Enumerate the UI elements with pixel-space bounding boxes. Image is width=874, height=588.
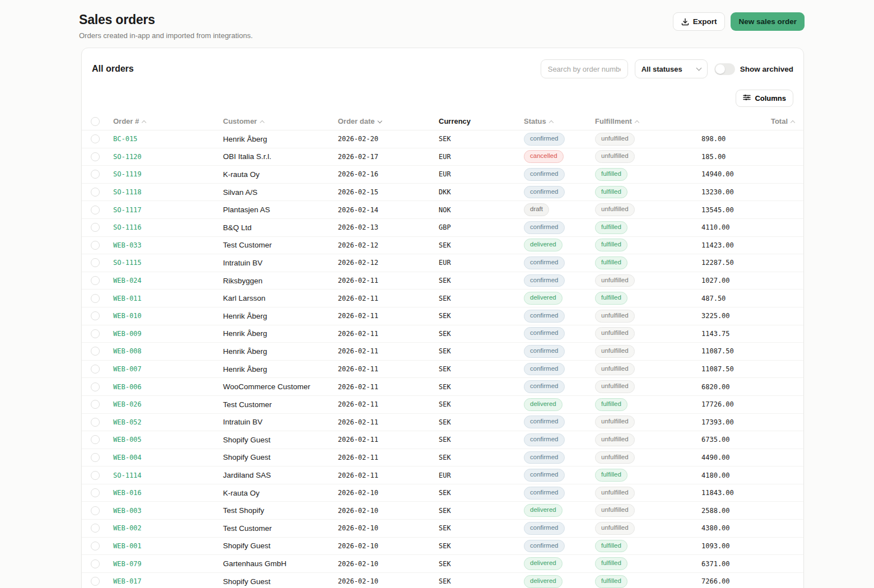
table-row[interactable]: WEB-005 Shopify Guest 2026-02-11 SEK con… bbox=[82, 431, 803, 449]
col-header-fulfillment[interactable]: Fulfillment bbox=[595, 117, 701, 125]
table-row[interactable]: WEB-079 Gartenhaus GmbH 2026-02-10 SEK d… bbox=[82, 555, 803, 573]
table-row[interactable]: SO-1117 Plantasjen AS 2026-02-14 NOK dra… bbox=[82, 201, 803, 219]
row-checkbox[interactable] bbox=[91, 506, 100, 515]
row-checkbox[interactable] bbox=[91, 524, 100, 533]
table-row[interactable]: SO-1120 OBI Italia S.r.l. 2026-02-17 EUR… bbox=[82, 148, 803, 166]
table-row[interactable]: SO-1115 Intratuin BV 2026-02-12 EUR conf… bbox=[82, 254, 803, 272]
row-checkbox[interactable] bbox=[91, 559, 100, 568]
table-row[interactable]: WEB-010 Henrik Åberg 2026-02-11 SEK conf… bbox=[82, 307, 803, 325]
currency-cell: EUR bbox=[439, 472, 524, 479]
table-row[interactable]: WEB-011 Karl Larsson 2026-02-11 SEK deli… bbox=[82, 290, 803, 307]
row-checkbox[interactable] bbox=[91, 152, 100, 161]
order-number-link[interactable]: WEB-016 bbox=[113, 489, 223, 497]
row-checkbox[interactable] bbox=[91, 188, 100, 197]
customer-cell: OBI Italia S.r.l. bbox=[223, 152, 338, 161]
row-checkbox[interactable] bbox=[91, 170, 100, 179]
status-filter-select[interactable]: All statuses bbox=[635, 59, 708, 78]
order-number-link[interactable]: WEB-006 bbox=[113, 383, 223, 391]
table-row[interactable]: SO-1119 K-rauta Oy 2026-02-16 EUR confir… bbox=[82, 166, 803, 184]
order-number-link[interactable]: SO-1115 bbox=[113, 259, 223, 267]
row-checkbox[interactable] bbox=[91, 400, 100, 409]
order-number-link[interactable]: SO-1117 bbox=[113, 206, 223, 214]
row-checkbox[interactable] bbox=[91, 276, 100, 285]
order-number-link[interactable]: WEB-024 bbox=[113, 277, 223, 284]
table-row[interactable]: WEB-001 Shopify Guest 2026-02-10 SEK con… bbox=[82, 538, 803, 556]
order-date-cell: 2026-02-11 bbox=[338, 454, 439, 461]
currency-cell: EUR bbox=[439, 259, 524, 267]
currency-cell: SEK bbox=[439, 277, 524, 284]
order-number-link[interactable]: WEB-007 bbox=[113, 365, 223, 373]
row-checkbox[interactable] bbox=[91, 382, 100, 391]
order-number-link[interactable]: SO-1120 bbox=[113, 153, 223, 161]
table-row[interactable]: WEB-002 Test Customer 2026-02-10 SEK con… bbox=[82, 520, 803, 538]
columns-button[interactable]: Columns bbox=[736, 90, 793, 107]
row-checkbox[interactable] bbox=[91, 258, 100, 267]
table-row[interactable]: WEB-017 Shopify Guest 2026-02-10 SEK del… bbox=[82, 573, 803, 588]
row-checkbox[interactable] bbox=[91, 311, 100, 320]
table-row[interactable]: WEB-007 Henrik Åberg 2026-02-11 SEK conf… bbox=[82, 361, 803, 379]
row-checkbox[interactable] bbox=[91, 223, 100, 232]
order-number-link[interactable]: WEB-052 bbox=[113, 418, 223, 426]
order-number-link[interactable]: WEB-026 bbox=[113, 400, 223, 408]
table-row[interactable]: WEB-003 Test Shopify 2026-02-10 SEK deli… bbox=[82, 502, 803, 520]
show-archived-toggle[interactable] bbox=[714, 63, 735, 75]
col-header-status[interactable]: Status bbox=[524, 117, 595, 125]
table-row[interactable]: SO-1116 B&Q Ltd 2026-02-13 GBP confirmed… bbox=[82, 219, 803, 237]
table-row[interactable]: WEB-026 Test Customer 2026-02-11 SEK del… bbox=[82, 396, 803, 414]
col-header-total[interactable]: Total bbox=[701, 117, 794, 125]
order-number-link[interactable]: BC-015 bbox=[113, 135, 223, 143]
table-row[interactable]: WEB-052 Intratuin BV 2026-02-11 SEK conf… bbox=[82, 414, 803, 432]
row-checkbox[interactable] bbox=[91, 294, 100, 303]
order-number-link[interactable]: WEB-003 bbox=[113, 507, 223, 515]
row-checkbox[interactable] bbox=[91, 206, 100, 214]
row-checkbox[interactable] bbox=[91, 418, 100, 427]
table-row[interactable]: WEB-008 Henrik Åberg 2026-02-11 SEK conf… bbox=[82, 343, 803, 361]
col-header-currency[interactable]: Currency bbox=[439, 117, 524, 125]
search-input[interactable] bbox=[541, 59, 628, 78]
customer-cell: Henrik Åberg bbox=[223, 312, 338, 320]
fulfillment-cell: unfulfilled bbox=[595, 487, 701, 500]
row-checkbox[interactable] bbox=[91, 241, 100, 250]
table-row[interactable]: SO-1118 Silvan A/S 2026-02-15 DKK confir… bbox=[82, 184, 803, 202]
row-checkbox[interactable] bbox=[91, 453, 100, 462]
row-checkbox[interactable] bbox=[91, 488, 100, 497]
row-checkbox[interactable] bbox=[91, 365, 100, 374]
order-number-link[interactable]: SO-1116 bbox=[113, 223, 223, 231]
order-number-link[interactable]: WEB-005 bbox=[113, 436, 223, 444]
order-number-link[interactable]: WEB-004 bbox=[113, 454, 223, 461]
order-number-link[interactable]: WEB-079 bbox=[113, 560, 223, 568]
order-number-link[interactable]: SO-1114 bbox=[113, 472, 223, 479]
col-header-order[interactable]: Order # bbox=[113, 117, 223, 125]
col-header-customer[interactable]: Customer bbox=[223, 117, 338, 125]
order-number-link[interactable]: WEB-017 bbox=[113, 577, 223, 585]
row-checkbox[interactable] bbox=[91, 435, 100, 444]
table-row[interactable]: WEB-016 K-rauta Oy 2026-02-10 SEK confir… bbox=[82, 484, 803, 502]
select-all-checkbox[interactable] bbox=[91, 117, 100, 126]
table-row[interactable]: SO-1114 Jardiland SAS 2026-02-11 EUR con… bbox=[82, 466, 803, 484]
order-number-link[interactable]: WEB-009 bbox=[113, 330, 223, 338]
table-row[interactable]: WEB-009 Henrik Åberg 2026-02-11 SEK conf… bbox=[82, 325, 803, 343]
row-checkbox[interactable] bbox=[91, 134, 100, 143]
table-row[interactable]: WEB-004 Shopify Guest 2026-02-11 SEK con… bbox=[82, 449, 803, 467]
table-row[interactable]: WEB-006 WooCommerce Customer 2026-02-11 … bbox=[82, 378, 803, 396]
table-row[interactable]: WEB-033 Test Customer 2026-02-12 SEK del… bbox=[82, 237, 803, 255]
col-header-order-date[interactable]: Order date bbox=[338, 117, 439, 125]
order-number-link[interactable]: WEB-033 bbox=[113, 241, 223, 249]
row-checkbox[interactable] bbox=[91, 347, 100, 356]
fulfillment-cell: fulfilled bbox=[595, 540, 701, 553]
order-number-link[interactable]: SO-1119 bbox=[113, 170, 223, 178]
order-number-link[interactable]: SO-1118 bbox=[113, 188, 223, 196]
table-row[interactable]: BC-015 Henrik Åberg 2026-02-20 SEK confi… bbox=[82, 130, 803, 148]
new-sales-order-button[interactable]: New sales order bbox=[731, 12, 805, 31]
order-number-link[interactable]: WEB-011 bbox=[113, 295, 223, 302]
order-number-link[interactable]: WEB-002 bbox=[113, 524, 223, 532]
row-checkbox[interactable] bbox=[91, 471, 100, 480]
row-checkbox[interactable] bbox=[91, 577, 100, 586]
order-number-link[interactable]: WEB-001 bbox=[113, 542, 223, 550]
export-button[interactable]: Export bbox=[673, 12, 726, 31]
row-checkbox[interactable] bbox=[91, 329, 100, 338]
order-number-link[interactable]: WEB-010 bbox=[113, 312, 223, 320]
order-number-link[interactable]: WEB-008 bbox=[113, 347, 223, 355]
row-checkbox[interactable] bbox=[91, 542, 100, 550]
table-row[interactable]: WEB-024 Riksbyggen 2026-02-11 SEK confir… bbox=[82, 272, 803, 290]
